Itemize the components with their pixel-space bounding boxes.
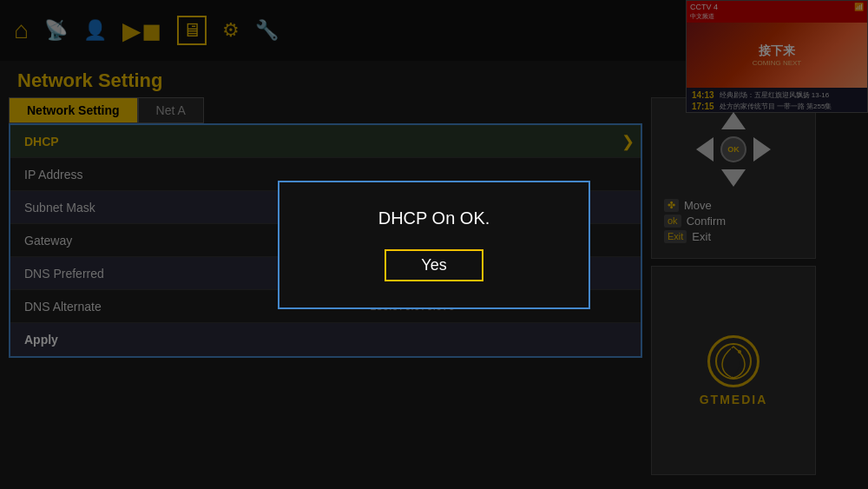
modal-yes-button[interactable]: Yes bbox=[385, 249, 483, 281]
modal-message: DHCP On OK. bbox=[378, 208, 490, 228]
modal-dialog: DHCP On OK. Yes bbox=[278, 181, 590, 309]
modal-overlay: DHCP On OK. Yes bbox=[0, 0, 868, 489]
